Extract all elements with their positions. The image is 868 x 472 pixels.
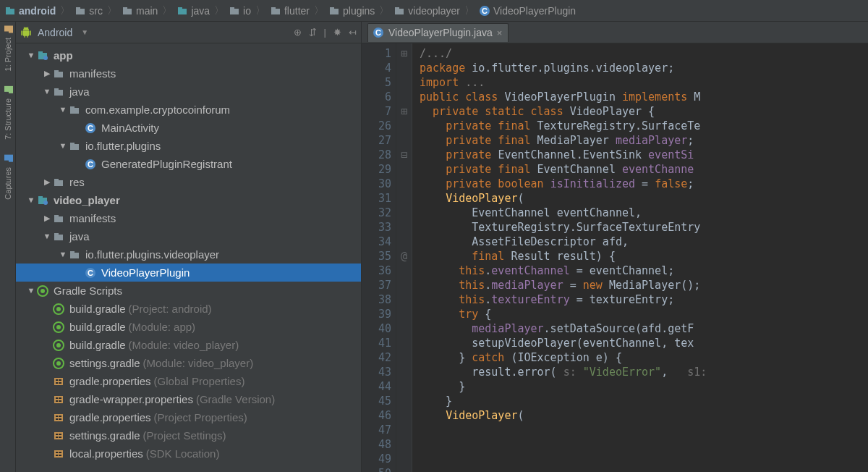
fold-mark[interactable]	[396, 423, 412, 437]
fold-mark[interactable]	[396, 177, 412, 191]
fold-mark[interactable]	[396, 90, 412, 104]
fold-mark[interactable]	[396, 235, 412, 249]
line-number[interactable]: 34	[362, 235, 391, 249]
tree-row[interactable]: ▶settings.gradle(Module: video_player)	[16, 354, 361, 372]
line-number[interactable]: 30	[362, 177, 391, 191]
code-line[interactable]: VideoPlayer(	[420, 408, 707, 423]
tree-row[interactable]: ▶manifests	[16, 64, 361, 83]
fold-mark[interactable]	[396, 408, 412, 423]
tree-arrow-icon[interactable]: ▼	[58, 137, 68, 155]
fold-mark[interactable]: ⊞	[396, 46, 412, 61]
tree-row[interactable]: ▼java	[16, 83, 361, 101]
breadcrumb-item[interactable]: src	[75, 5, 103, 17]
fold-mark[interactable]	[396, 264, 412, 278]
fold-mark[interactable]	[396, 61, 412, 75]
line-number[interactable]: 43	[362, 365, 391, 379]
line-number[interactable]: 26	[362, 119, 391, 133]
project-tree[interactable]: ▼app▶manifests▼java▼com.example.cryptoco…	[16, 43, 361, 465]
code-line[interactable]: result.error( s: "VideoError", s1:	[420, 365, 707, 379]
code-line[interactable]: private boolean isInitialized = false;	[420, 177, 707, 191]
line-number[interactable]: 46	[362, 408, 391, 423]
code-line[interactable]: import ...	[420, 75, 707, 90]
tree-arrow-icon[interactable]: ▼	[26, 191, 36, 209]
code-line[interactable]: EventChannel eventChannel,	[420, 206, 707, 220]
tree-row[interactable]: ▶CMainActivity	[16, 119, 361, 137]
line-number[interactable]: 49	[362, 452, 391, 466]
code-line[interactable]: final Result result) {	[420, 249, 707, 264]
code-text[interactable]: /.../package io.flutter.plugins.videopla…	[412, 43, 707, 472]
fold-mark[interactable]: ⊟	[396, 148, 412, 162]
code-line[interactable]: mediaPlayer.setDataSource(afd.getF	[420, 321, 707, 336]
breadcrumb-item[interactable]: main	[122, 5, 158, 17]
line-number[interactable]: 42	[362, 350, 391, 365]
code-line[interactable]: setupVideoPlayer(eventChannel, tex	[420, 336, 707, 350]
fold-mark[interactable]	[396, 75, 412, 90]
editor-tab-videoplayerplugin[interactable]: C VideoPlayerPlugin.java ×	[367, 23, 509, 42]
code-line[interactable]: try {	[420, 307, 707, 321]
fold-mark[interactable]	[396, 466, 412, 472]
fold-mark[interactable]	[396, 206, 412, 220]
tree-row[interactable]: ▶gradle.properties(Project Properties)	[16, 408, 361, 426]
tree-row[interactable]: ▼app	[16, 46, 361, 64]
breadcrumb-item[interactable]: flutter	[270, 5, 310, 17]
fold-mark[interactable]	[396, 365, 412, 379]
line-number[interactable]: 45	[362, 394, 391, 408]
tree-arrow-icon[interactable]: ▼	[42, 83, 52, 101]
code-line[interactable]: private final TextureRegistry.SurfaceTe	[420, 119, 707, 133]
tree-arrow-icon[interactable]: ▶	[42, 173, 52, 191]
chevron-down-icon[interactable]: ▼	[81, 28, 88, 36]
tree-row[interactable]: ▼java	[16, 227, 361, 245]
fold-mark[interactable]	[396, 307, 412, 321]
fold-mark[interactable]	[396, 336, 412, 350]
tree-row[interactable]: ▶build.gradle(Module: app)	[16, 318, 361, 336]
code-line[interactable]: private final MediaPlayer mediaPlayer;	[420, 133, 707, 148]
line-number[interactable]: 4	[362, 61, 391, 75]
fold-mark[interactable]	[396, 321, 412, 336]
code-line[interactable]: VideoPlayer(	[420, 191, 707, 206]
line-number[interactable]: 41	[362, 336, 391, 350]
tree-row[interactable]: ▼video_player	[16, 191, 361, 209]
fold-mark[interactable]	[396, 452, 412, 466]
code-line[interactable]: }	[420, 394, 707, 408]
code-line[interactable]: this.textureEntry = textureEntry;	[420, 292, 707, 307]
fold-mark[interactable]	[396, 220, 412, 235]
hide-icon[interactable]: ↤	[349, 27, 357, 38]
tree-row[interactable]: ▶build.gradle(Module: video_player)	[16, 336, 361, 354]
code-line[interactable]: this.eventChannel = eventChannel;	[420, 264, 707, 278]
fold-mark[interactable]	[396, 350, 412, 365]
code-line[interactable]: AssetFileDescriptor afd,	[420, 235, 707, 249]
fold-mark[interactable]	[396, 133, 412, 148]
line-number[interactable]: 40	[362, 321, 391, 336]
breadcrumb-item[interactable]: java	[176, 5, 210, 17]
code-line[interactable]: public class VideoPlayerPlugin implement…	[420, 90, 707, 104]
breadcrumb-item[interactable]: android	[4, 5, 56, 17]
tree-row[interactable]: ▼Gradle Scripts	[16, 282, 361, 300]
code-line[interactable]: /.../	[420, 46, 707, 61]
tree-row[interactable]: ▶gradle.properties(Global Properties)	[16, 372, 361, 390]
line-number[interactable]: 38	[362, 292, 391, 307]
line-number[interactable]: 33	[362, 220, 391, 235]
tree-arrow-icon[interactable]: ▼	[58, 245, 68, 264]
fold-mark[interactable]: @	[396, 249, 412, 264]
code-line[interactable]: package io.flutter.plugins.videoplayer;	[420, 61, 707, 75]
breadcrumb-item[interactable]: videoplayer	[393, 5, 460, 17]
fold-mark[interactable]	[396, 191, 412, 206]
breadcrumb-item[interactable]: plugins	[328, 5, 375, 17]
tree-row[interactable]: ▶res	[16, 173, 361, 191]
flatten-packages-icon[interactable]: ⇵	[309, 27, 317, 38]
tree-arrow-icon[interactable]: ▼	[26, 282, 36, 300]
line-number[interactable]: 27	[362, 133, 391, 148]
tool-window-tab-structure[interactable]: 7: Structure	[3, 85, 13, 140]
line-number[interactable]: 39	[362, 307, 391, 321]
tree-row[interactable]: ▶manifests	[16, 209, 361, 227]
line-number[interactable]: 47	[362, 423, 391, 437]
fold-mark[interactable]	[396, 394, 412, 408]
line-number[interactable]: 7	[362, 104, 391, 119]
line-number[interactable]: 48	[362, 437, 391, 452]
scroll-from-source-icon[interactable]: ⊕	[294, 27, 302, 38]
line-number[interactable]: 35	[362, 249, 391, 264]
fold-mark[interactable]	[396, 162, 412, 177]
code-line[interactable]: private EventChannel.EventSink eventSi	[420, 148, 707, 162]
tree-row[interactable]: ▶CVideoPlayerPlugin	[16, 264, 361, 282]
fold-mark[interactable]	[396, 278, 412, 292]
